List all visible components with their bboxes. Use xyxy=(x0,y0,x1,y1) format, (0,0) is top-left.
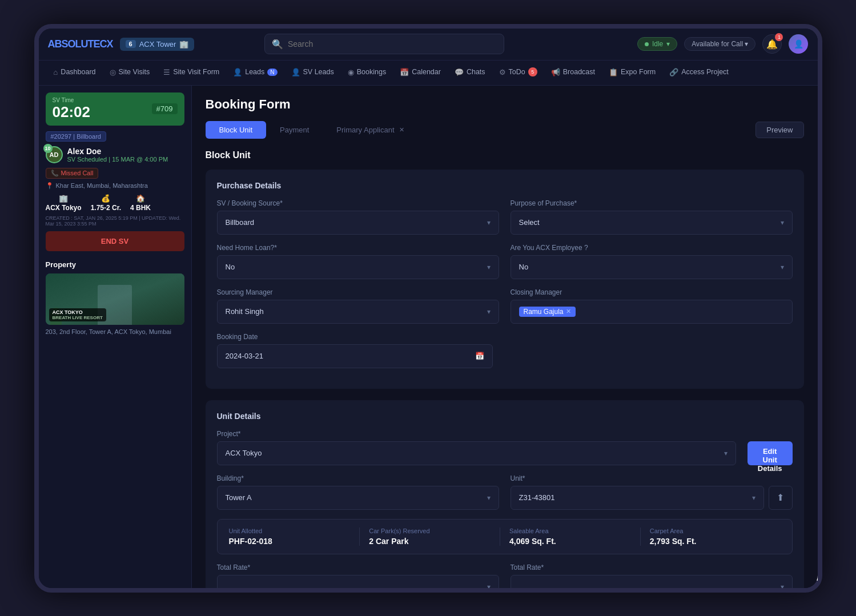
nav-item-bookings[interactable]: ◉ Bookings xyxy=(342,61,392,86)
form-group-sv-source: SV / Booking Source* Billboard ▾ xyxy=(217,199,499,235)
nav-item-broadcast[interactable]: 📢 Broadcast xyxy=(545,61,601,86)
form-row-3: Sourcing Manager Rohit Singh ▾ Closing M… xyxy=(217,288,793,324)
sourcing-manager-label: Sourcing Manager xyxy=(217,288,499,296)
purpose-select[interactable]: Select ▾ xyxy=(511,211,793,235)
notifications-button[interactable]: 🔔 1 xyxy=(762,34,782,54)
prop-price: 💰 1.75-2 Cr. xyxy=(91,194,121,212)
closing-manager-input[interactable]: Ramu Gajula ✕ xyxy=(511,300,793,324)
home-loan-select[interactable]: No ▾ xyxy=(217,255,499,279)
dashboard-icon: ⌂ xyxy=(54,68,58,77)
edit-unit-details-button[interactable]: Edit Unit Details xyxy=(748,441,793,465)
leads-icon: 👤 xyxy=(233,68,242,77)
saleable-area-cell: Saleable Area 4,069 Sq. Ft. xyxy=(500,528,641,546)
status-label: Idle xyxy=(652,40,663,48)
unit-label: Unit* xyxy=(511,474,793,482)
booking-date-input[interactable]: 2024-03-21 📅 xyxy=(217,344,493,368)
form-row-4: Booking Date 2024-03-21 📅 xyxy=(217,333,793,368)
nav-bar: ⌂ Dashboard ◎ Site Visits ☰ Site Visit F… xyxy=(39,61,818,86)
status-pill[interactable]: Idle ▾ xyxy=(637,37,677,51)
lead-details: Alex Doe SV Scheduled | 15 MAR @ 4:00 PM xyxy=(67,147,168,163)
chevron-down-icon: ▾ xyxy=(781,219,784,227)
missed-call-badge: 📞 Missed Call xyxy=(46,168,99,179)
building-label: Building* xyxy=(217,474,499,482)
form-row-building-unit: Building* Tower A ▾ Unit* Z31-43801 ▾ xyxy=(217,474,793,510)
total-rate-select-1[interactable]: ▾ xyxy=(217,575,499,588)
form-group-total-rate-1: Total Rate* ▾ xyxy=(217,563,499,588)
home-icon: 🏠 xyxy=(136,194,145,203)
unit-share-button[interactable]: ⬆ xyxy=(769,486,793,510)
property-tagline: BREATH LIVE RESORT xyxy=(53,315,103,320)
nav-item-site-visit-form[interactable]: ☰ Site Visit Form xyxy=(158,61,225,86)
nav-item-sv-leads[interactable]: 👤 SV Leads xyxy=(286,61,340,86)
acx-employee-label: Are You ACX Employee ? xyxy=(511,244,793,252)
form-group-project: Project* ACX Tokyo ▾ xyxy=(217,430,736,465)
total-rate-label-1: Total Rate* xyxy=(217,563,499,571)
chevron-down-icon: ▾ xyxy=(781,263,784,271)
nav-item-chats[interactable]: 💬 Chats xyxy=(449,61,491,86)
logo-suffix: CX xyxy=(100,38,113,50)
nav-item-expo-form[interactable]: 📋 Expo Form xyxy=(603,61,661,86)
project-select[interactable]: ACX Tokyo ▾ xyxy=(217,441,736,465)
nav-item-access-project[interactable]: 🔗 Access Project xyxy=(664,61,734,86)
tab-payment[interactable]: Payment xyxy=(266,121,323,139)
nav-item-calendar[interactable]: 📅 Calendar xyxy=(394,61,447,86)
building-icon: 🏢 xyxy=(179,40,188,49)
unit-select[interactable]: Z31-43801 ▾ xyxy=(511,486,764,510)
chevron-down-icon: ▾ xyxy=(724,449,728,457)
end-sv-button[interactable]: END SV xyxy=(46,231,184,251)
available-pill[interactable]: Available for Call ▾ xyxy=(684,37,755,51)
chevron-down-icon: ▾ xyxy=(745,40,748,48)
property-label: Property xyxy=(46,260,184,269)
nav-label-todo: ToDo xyxy=(509,68,525,76)
sv-timer-info: SV Time 02:02 xyxy=(53,97,91,121)
tab-primary-applicant[interactable]: Primary Applicant ✕ xyxy=(323,121,417,139)
project-name: ACX Tower xyxy=(139,40,176,49)
sourcing-manager-select[interactable]: Rohit Singh ▾ xyxy=(217,300,499,324)
notif-badge: 1 xyxy=(775,33,783,41)
building-select[interactable]: Tower A ▾ xyxy=(217,486,499,510)
search-input[interactable] xyxy=(288,39,497,49)
nav-item-dashboard[interactable]: ⌂ Dashboard xyxy=(48,61,102,86)
property-address: 203, 2nd Floor, Tower A, ACX Tokyo, Mumb… xyxy=(46,328,184,335)
remove-closing-manager-icon[interactable]: ✕ xyxy=(566,308,571,315)
property-image: ACX TOKYO BREATH LIVE RESORT xyxy=(46,273,184,325)
prop-project-value: ACX Tokyo xyxy=(46,204,82,212)
nav-label-calendar: Calendar xyxy=(412,68,441,76)
tab-block-unit[interactable]: Block Unit xyxy=(206,121,267,139)
unit-details-section: Unit Details Project* ACX Tokyo ▾ . Edit… xyxy=(206,400,804,588)
form-group-total-rate-2: Total Rate* ▾ xyxy=(511,563,793,588)
total-rate-select-2[interactable]: ▾ xyxy=(511,575,793,588)
nav-item-todo[interactable]: ⚙ ToDo 5 xyxy=(493,61,543,86)
form-row-2: Need Home Loan?* No ▾ Are You ACX Employ… xyxy=(217,244,793,279)
lead-avatar: 10 AD xyxy=(46,146,63,163)
unit-allotted-cell: Unit Allotted PHF-02-018 xyxy=(229,528,360,546)
nav-label-expo-form: Expo Form xyxy=(621,68,656,76)
search-icon: 🔍 xyxy=(272,39,283,50)
prop-price-value: 1.75-2 Cr. xyxy=(91,204,121,212)
content-area: Booking Form Block Unit Payment Primary … xyxy=(192,86,818,588)
location-text: Khar East, Mumbai, Maharashtra xyxy=(56,182,148,189)
chevron-down-icon: ▾ xyxy=(487,583,491,588)
form-group-building: Building* Tower A ▾ xyxy=(217,474,499,510)
form-group-acx-employee: Are You ACX Employee ? No ▾ xyxy=(511,244,793,279)
acx-employee-select[interactable]: No ▾ xyxy=(511,255,793,279)
unit-allotted-value: PHF-02-018 xyxy=(229,537,351,546)
calendar-icon[interactable]: 📅 xyxy=(475,352,484,360)
sv-source-select[interactable]: Billboard ▾ xyxy=(217,211,499,235)
preview-button[interactable]: Preview xyxy=(755,122,803,138)
chevron-down-icon: ▾ xyxy=(487,263,491,271)
search-bar[interactable]: 🔍 xyxy=(264,34,504,54)
bookings-icon: ◉ xyxy=(348,68,354,77)
avatar[interactable]: 👤 xyxy=(789,34,808,54)
nav-item-site-visits[interactable]: ◎ Site Visits xyxy=(104,61,156,86)
lead-info: 10 AD Alex Doe SV Scheduled | 15 MAR @ 4… xyxy=(46,146,184,163)
project-badge[interactable]: 6 ACX Tower 🏢 xyxy=(120,38,195,51)
close-tab-icon[interactable]: ✕ xyxy=(399,126,404,134)
car-park-value: 2 Car Park xyxy=(369,537,491,546)
chevron-down-icon: ▾ xyxy=(487,308,491,316)
nav-label-chats: Chats xyxy=(467,68,485,76)
lead-name: Alex Doe xyxy=(67,147,168,156)
nav-item-leads[interactable]: 👤 Leads N xyxy=(227,61,283,86)
property-logo-text: ACX TOKYO xyxy=(53,309,83,315)
top-bar: ABSOLUTECX 6 ACX Tower 🏢 🔍 Idle ▾ Availa… xyxy=(39,29,818,61)
